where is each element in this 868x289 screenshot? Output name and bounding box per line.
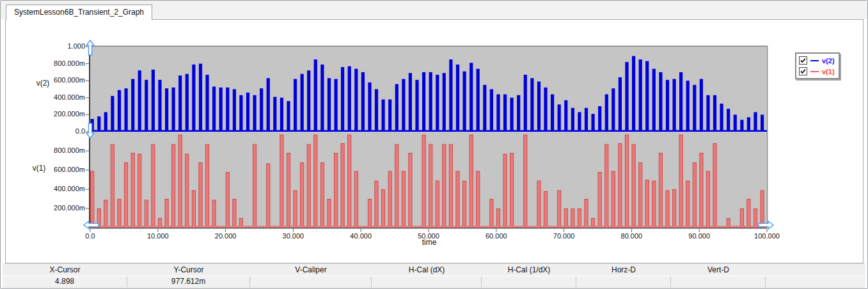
legend-line-sample-icon: [810, 71, 819, 72]
x-axis-name: time: [391, 238, 468, 247]
cursor-col-header: Vert-D: [671, 264, 766, 276]
legend-line-sample-icon: [810, 60, 819, 61]
header-filler: [766, 264, 865, 276]
cursor-value-cell: [482, 276, 576, 287]
plot-background: [90, 47, 767, 228]
cursor-col-header: H-Cal (1/dX): [482, 264, 576, 276]
cursor-value-cell: [671, 276, 766, 287]
cursor-col-header: Horz-D: [576, 264, 671, 276]
legend-label: v(1): [822, 68, 835, 75]
cursor-col-header: X-Cursor: [3, 264, 127, 276]
legend: v(2)v(1): [795, 52, 840, 79]
tab-graph[interactable]: SystemLesson6B_Transient_2_Graph: [6, 4, 152, 20]
legend-label: v(2): [822, 57, 835, 65]
legend-checkbox-1[interactable]: [799, 67, 807, 75]
cursor-col-header: Y-Cursor: [127, 264, 250, 276]
legend-checkbox-0[interactable]: [799, 56, 807, 65]
cursor-value-cell: 977.612m: [127, 276, 250, 287]
cursor-table: X-CursorY-CursorV-CaliperH-Cal (dX)H-Cal…: [3, 263, 865, 288]
cursor-col-header: V-Caliper: [250, 264, 372, 276]
legend-row-v(1): v(1): [799, 66, 835, 77]
cursor-col-header: H-Cal (dX): [372, 264, 482, 276]
cursor-table-header-row: X-CursorY-CursorV-CaliperH-Cal (dX)H-Cal…: [3, 263, 865, 276]
check-icon: [800, 57, 807, 64]
cursor-table-value-row: 4.898977.612m: [3, 276, 865, 288]
graph-window: SystemLesson6B_Transient_2_Graph 1.00080…: [0, 0, 868, 289]
cursor-value-cell: 4.898: [3, 276, 127, 287]
cursor-value-cell: [576, 276, 671, 287]
y-axis-name-v2: v(2): [24, 79, 62, 88]
check-icon: [800, 68, 807, 75]
cursor-value-cell: [250, 276, 372, 287]
cursor-value-cell: [372, 276, 482, 287]
y-axis-name-v1: v(1): [20, 164, 58, 173]
waveform-plot[interactable]: [90, 47, 767, 228]
legend-row-v(2): v(2): [799, 55, 835, 66]
tab-title: SystemLesson6B_Transient_2_Graph: [14, 8, 144, 17]
value-filler: [766, 276, 865, 287]
